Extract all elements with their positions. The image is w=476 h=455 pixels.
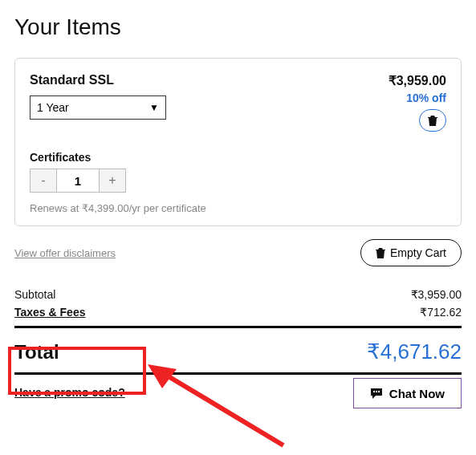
qty-input[interactable] (57, 169, 99, 193)
trash-icon (428, 116, 437, 126)
cart-item-card: Standard SSL 1 Year ▼ ₹3,959.00 10% off … (14, 58, 462, 226)
item-name: Standard SSL (30, 73, 166, 87)
total-label: Total (14, 341, 59, 364)
qty-plus-button[interactable]: + (99, 169, 126, 193)
chat-icon (370, 388, 383, 400)
item-price: ₹3,959.00 (389, 73, 446, 88)
page-title: Your Items (14, 14, 462, 40)
empty-cart-label: Empty Cart (390, 246, 446, 259)
term-selected-value: 1 Year (37, 101, 69, 114)
empty-cart-button[interactable]: Empty Cart (360, 239, 462, 266)
taxes-fees-label[interactable]: Taxes & Fees (14, 306, 85, 319)
chat-label: Chat Now (389, 387, 445, 400)
term-select[interactable]: 1 Year ▼ (30, 95, 166, 120)
svg-rect-2 (378, 391, 380, 392)
subtotal-value: ₹3,959.00 (411, 288, 462, 301)
svg-rect-0 (373, 391, 375, 392)
item-discount: 10% off (389, 91, 446, 104)
chat-now-button[interactable]: Chat Now (353, 378, 462, 408)
remove-item-button[interactable] (419, 109, 446, 132)
offer-disclaimers-link[interactable]: View offer disclaimers (14, 247, 116, 259)
svg-rect-1 (376, 391, 377, 392)
renewal-note: Renews at ₹4,399.00/yr per certificate (30, 202, 446, 214)
taxes-fees-value: ₹712.62 (420, 306, 462, 319)
quantity-stepper: - + (30, 169, 446, 193)
total-value: ₹4,671.62 (367, 339, 462, 364)
separator (14, 372, 462, 375)
certificates-label: Certificates (30, 151, 446, 164)
separator (14, 326, 462, 328)
subtotal-label: Subtotal (14, 288, 55, 301)
promo-code-link[interactable]: Have a promo code? (14, 386, 125, 399)
qty-minus-button[interactable]: - (30, 169, 57, 193)
caret-down-icon: ▼ (149, 102, 159, 113)
trash-icon (376, 248, 385, 258)
